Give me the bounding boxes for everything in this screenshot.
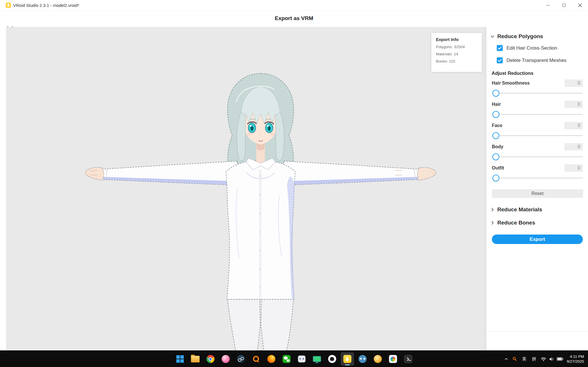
outfit-value[interactable]: 0 xyxy=(564,164,583,172)
section-reduce-materials[interactable]: Reduce Materials xyxy=(486,203,588,216)
firefox-icon xyxy=(267,355,275,363)
export-info-bones: Bones: 115 xyxy=(436,59,477,63)
slider-group-face: Face 0 xyxy=(492,122,583,140)
tray-chevron-up[interactable] xyxy=(504,358,508,360)
slider-thumb[interactable] xyxy=(492,153,499,160)
chevron-up-icon xyxy=(504,358,508,360)
slider-label: Outfit xyxy=(492,165,504,171)
taskbar-firefox[interactable] xyxy=(265,352,278,366)
hair-value[interactable]: 0 xyxy=(564,101,583,108)
dialog-content: Export Info Polygons: 32504 Materials: 1… xyxy=(0,27,588,351)
panel-divider xyxy=(486,331,588,331)
checkbox-row-edit-hair-cross-section[interactable]: Edit Hair Cross-Section xyxy=(486,42,588,54)
taskbar-screen-app[interactable] xyxy=(310,352,323,366)
export-info-materials: Materials: 14 xyxy=(436,52,477,56)
taskbar-clock[interactable]: 4:11 PM 9/27/2025 xyxy=(567,354,584,364)
window-controls xyxy=(540,0,588,10)
model-viewport[interactable]: Export Info Polygons: 32504 Materials: 1… xyxy=(6,27,486,351)
export-dialog-header: Export as VRM xyxy=(0,11,588,27)
system-tray: 英 拼 xyxy=(504,351,588,367)
start-button[interactable] xyxy=(173,352,187,366)
checkbox-label: Delete Transparent Meshes xyxy=(507,58,566,63)
taskbar-search-app[interactable] xyxy=(249,352,263,366)
export-info-card: Export Info Polygons: 32504 Materials: 1… xyxy=(431,33,482,72)
close-icon xyxy=(578,3,582,7)
taskbar-github[interactable] xyxy=(325,352,339,366)
checkbox-checked-icon[interactable] xyxy=(497,57,503,63)
vroid-app-icon xyxy=(6,3,11,8)
slider-label: Face xyxy=(492,123,502,128)
wifi-icon xyxy=(541,357,546,361)
taskbar-chrome[interactable] xyxy=(204,352,217,366)
export-info-polygons: Polygons: 32504 xyxy=(436,45,477,49)
taskbar-wechat[interactable] xyxy=(280,352,293,366)
tray-app-icon[interactable] xyxy=(513,357,517,361)
taskbar-amber-app[interactable] xyxy=(371,352,384,366)
face-slider[interactable] xyxy=(492,131,583,140)
export-info-title: Export Info xyxy=(436,37,477,42)
monitor-icon xyxy=(313,356,321,362)
volume-indicator[interactable] xyxy=(549,357,554,361)
maximize-icon xyxy=(562,4,566,7)
minimize-button[interactable] xyxy=(540,0,556,10)
robot-icon xyxy=(298,356,305,362)
character-model-3d xyxy=(6,27,486,351)
section-reduce-bones[interactable]: Reduce Bones xyxy=(486,216,588,229)
hair-slider[interactable] xyxy=(492,110,583,119)
taskbar-icons xyxy=(173,352,415,366)
checkbox-label: Edit Hair Cross-Section xyxy=(507,45,557,51)
checkbox-row-delete-transparent-meshes[interactable]: Delete Transparent Meshes xyxy=(486,54,588,67)
windows-logo-icon xyxy=(176,355,184,363)
wechat-icon xyxy=(282,355,290,363)
window-title: VRoid Studio 2.3.1 - model2.vroid* xyxy=(13,3,79,8)
section-reduce-polygons[interactable]: Reduce Polygons xyxy=(486,31,588,42)
face-value[interactable]: 0 xyxy=(564,122,583,129)
reset-button[interactable]: Reset xyxy=(492,189,583,198)
vroid-icon xyxy=(343,355,351,363)
wifi-indicator[interactable] xyxy=(541,357,546,361)
godot-icon xyxy=(358,355,366,363)
export-button[interactable]: Export xyxy=(492,235,583,244)
taskbar-photos[interactable] xyxy=(386,352,399,366)
minimize-icon xyxy=(546,5,550,5)
battery-indicator[interactable] xyxy=(557,357,563,361)
hair-smoothness-value[interactable]: 0 xyxy=(564,79,583,87)
clock-date: 9/27/2025 xyxy=(567,359,584,364)
chevron-right-icon xyxy=(490,208,494,212)
taskbar-robot-app[interactable] xyxy=(295,352,308,366)
section-title: Reduce Materials xyxy=(497,206,542,213)
screen: VRoid Studio 2.3.1 - model2.vroid* Expor… xyxy=(0,0,588,367)
taskbar-file-explorer[interactable] xyxy=(189,352,202,366)
dialog-title: Export as VRM xyxy=(0,15,588,22)
outfit-slider[interactable] xyxy=(492,173,583,183)
taskbar-vroid-studio[interactable] xyxy=(341,352,354,366)
slider-thumb[interactable] xyxy=(492,90,499,97)
taskbar-pink-app[interactable] xyxy=(219,352,232,366)
slider-thumb[interactable] xyxy=(492,175,499,181)
titlebar: VRoid Studio 2.3.1 - model2.vroid* xyxy=(0,0,588,11)
ime-english-indicator[interactable]: 英 xyxy=(521,356,527,362)
body-value[interactable]: 0 xyxy=(564,143,583,151)
adjust-reductions-label: Adjust Reductions xyxy=(492,71,588,77)
maximize-button[interactable] xyxy=(556,0,572,10)
taskbar-terminal[interactable] xyxy=(401,352,415,366)
close-button[interactable] xyxy=(572,0,588,10)
terminal-icon xyxy=(404,355,412,363)
hair-smoothness-slider[interactable] xyxy=(492,88,583,98)
clock-time: 4:11 PM xyxy=(567,354,584,359)
slider-thumb[interactable] xyxy=(492,132,499,139)
amber-sphere-icon xyxy=(374,355,382,363)
tray-magnifier-icon xyxy=(513,357,517,361)
ime-pinyin-indicator[interactable]: 拼 xyxy=(531,356,537,362)
taskbar-godot[interactable] xyxy=(356,352,369,366)
slider-thumb[interactable] xyxy=(492,111,499,118)
photos-pinwheel-icon xyxy=(389,355,397,363)
taskbar-steam[interactable] xyxy=(234,352,247,366)
body-slider[interactable] xyxy=(492,152,583,162)
speaker-icon xyxy=(549,357,554,361)
checkbox-checked-icon[interactable] xyxy=(497,45,503,51)
slider-label: Hair Smoothness xyxy=(492,81,530,86)
chevron-right-icon xyxy=(490,221,494,225)
slider-label: Body xyxy=(492,144,503,149)
github-icon xyxy=(328,355,336,363)
